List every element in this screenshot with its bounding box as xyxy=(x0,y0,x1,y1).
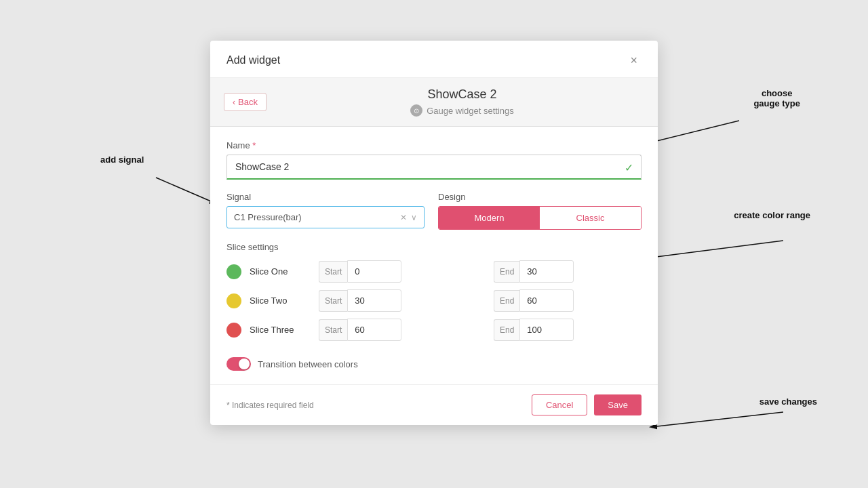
slice-one-start-group: Start xyxy=(319,260,467,283)
modern-button[interactable]: Modern xyxy=(439,207,540,229)
form-content: Name * ✓ Signal C1 Pressure(bar) ✕ xyxy=(210,127,658,384)
design-label: Design xyxy=(438,192,642,202)
chevron-down-icon[interactable]: ∨ xyxy=(411,213,417,222)
cancel-button[interactable]: Cancel xyxy=(532,394,587,415)
gauge-subtitle-text: Gauge widget settings xyxy=(427,106,514,116)
modal-title: Add widget xyxy=(226,54,280,66)
modal-footer: * Indicates required field Cancel Save xyxy=(210,384,658,425)
checkmark-icon: ✓ xyxy=(625,161,633,174)
clear-icon[interactable]: ✕ xyxy=(400,213,407,222)
close-button[interactable]: × xyxy=(626,53,642,68)
slice-one-start-label: Start xyxy=(319,261,347,283)
slice-one-end-label: End xyxy=(494,261,519,283)
slice-one-color xyxy=(226,264,241,279)
signal-column: Signal C1 Pressure(bar) ✕ ∨ xyxy=(226,192,425,228)
back-label: Back xyxy=(238,97,258,107)
slice-one-end-input[interactable] xyxy=(519,260,574,283)
toggle-knob xyxy=(239,359,250,369)
slice-two-start-input[interactable] xyxy=(347,289,401,312)
name-field-wrapper: ✓ xyxy=(226,155,642,180)
transition-row: Transition between colors xyxy=(226,350,642,371)
slice-one-name: Slice One xyxy=(250,266,311,277)
signal-select[interactable]: C1 Pressure(bar) ✕ ∨ xyxy=(226,206,425,228)
required-star: * xyxy=(252,140,256,150)
slice-three-color xyxy=(226,323,241,338)
add-widget-modal: Add widget × ‹ Back ShowCase 2 ⊙ Gauge w… xyxy=(210,41,658,425)
slice-one-end-group: End xyxy=(494,260,642,283)
slice-two-start-group: Start xyxy=(319,289,467,312)
slice-row-2: Slice Two Start End xyxy=(226,289,642,312)
slice-two-start-label: Start xyxy=(319,290,347,312)
gauge-subtitle: ⊙ Gauge widget settings xyxy=(280,104,644,117)
slice-one-start-input[interactable] xyxy=(347,260,401,283)
name-input[interactable] xyxy=(226,155,642,180)
top-bar-center: ShowCase 2 ⊙ Gauge widget settings xyxy=(280,87,644,117)
page-background: add signal choosegauge type create color… xyxy=(0,0,868,488)
required-note: * Indicates required field xyxy=(226,401,314,410)
slice-two-name: Slice Two xyxy=(250,296,311,306)
design-toggle: Modern Classic xyxy=(438,206,642,230)
slice-three-start-group: Start xyxy=(319,319,467,341)
signal-select-icons: ✕ ∨ xyxy=(400,213,417,222)
top-bar: ‹ Back ShowCase 2 ⊙ Gauge widget setting… xyxy=(210,78,658,127)
slice-two-end-group: End xyxy=(494,289,642,312)
back-arrow-icon: ‹ xyxy=(233,98,235,107)
transition-label: Transition between colors xyxy=(258,359,358,369)
slice-two-end-input[interactable] xyxy=(519,289,574,312)
classic-button[interactable]: Classic xyxy=(540,207,641,229)
slice-three-end-label: End xyxy=(494,319,519,341)
footer-buttons: Cancel Save xyxy=(532,394,642,415)
signal-value: C1 Pressure(bar) xyxy=(234,212,400,222)
slice-two-end-label: End xyxy=(494,290,519,312)
name-label: Name * xyxy=(226,140,642,150)
modal-header: Add widget × xyxy=(210,41,658,78)
save-button[interactable]: Save xyxy=(594,394,642,415)
transition-toggle[interactable] xyxy=(226,357,251,371)
signal-design-row: Signal C1 Pressure(bar) ✕ ∨ Design Mo xyxy=(226,192,642,230)
back-button[interactable]: ‹ Back xyxy=(224,93,267,111)
signal-label: Signal xyxy=(226,192,425,202)
slice-row-1: Slice One Start End xyxy=(226,260,642,283)
design-column: Design Modern Classic xyxy=(438,192,642,230)
slice-three-start-input[interactable] xyxy=(347,319,401,341)
slice-section-label: Slice settings xyxy=(226,242,642,252)
slice-three-name: Slice Three xyxy=(250,325,311,335)
slice-two-color xyxy=(226,293,241,308)
slice-three-start-label: Start xyxy=(319,319,347,341)
slice-three-end-input[interactable] xyxy=(519,319,574,341)
gauge-icon: ⊙ xyxy=(410,104,422,117)
slice-row-3: Slice Three Start End xyxy=(226,319,642,341)
slice-three-end-group: End xyxy=(494,319,642,341)
showcase-title: ShowCase 2 xyxy=(280,87,644,102)
